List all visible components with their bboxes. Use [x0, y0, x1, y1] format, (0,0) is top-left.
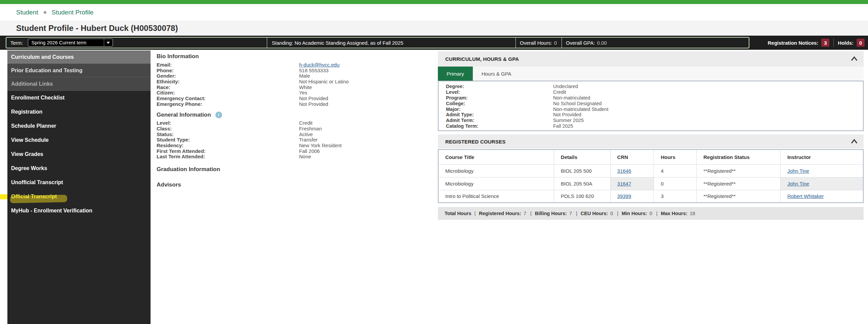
cell-registration-status: **Registered**: [696, 190, 781, 203]
standing-section: Standing: No Academic Standing Assigned,…: [267, 38, 516, 48]
registered-hours-label: Registered Hours:: [479, 211, 521, 216]
cell-details: BIOL 205 50A: [554, 177, 610, 190]
term-select[interactable]: Spring 2026 Current term: [28, 39, 113, 47]
table-header-row: Course Title Details CRN Hours Registrat…: [438, 150, 863, 164]
advisors-heading: Advisors: [157, 181, 434, 188]
tab-hours-gpa[interactable]: Hours & GPA: [473, 66, 520, 81]
curriculum-panel-header[interactable]: CURRICULUM, HOURS & GPA: [438, 51, 864, 66]
crn-link[interactable]: 31647: [617, 181, 631, 186]
column-header-instructor[interactable]: Instructor: [780, 150, 863, 164]
overall-hours-value: 0: [554, 40, 557, 46]
chevron-down-icon[interactable]: [104, 39, 113, 47]
page-title: Student Profile - Hubert Duck (H00530078…: [16, 24, 178, 33]
column-header-registration-status[interactable]: Registration Status: [696, 150, 781, 164]
registered-courses-header[interactable]: REGISTERED COURSES: [438, 135, 864, 149]
cell-course-title: Microbiology: [438, 177, 554, 190]
registered-courses-table: Course Title Details CRN Hours Registrat…: [438, 149, 864, 203]
standing-text: Standing: No Academic Standing Assigned,…: [272, 40, 403, 46]
bio-field-race: Race: White: [157, 84, 434, 90]
sidebar-tab-prior-education-and-testing[interactable]: Prior Education and Testing: [7, 64, 151, 77]
divider: [833, 38, 834, 47]
max-hours-label: Max Hours:: [661, 211, 687, 216]
tab-primary[interactable]: Primary: [438, 66, 473, 81]
sidebar-item-view-schedule[interactable]: View Schedule: [7, 133, 151, 147]
crn-link[interactable]: 39399: [617, 193, 631, 199]
info-icon[interactable]: [215, 112, 222, 118]
ceu-hours-label: CEU Hours:: [581, 211, 608, 216]
curriculum-panel-title: CURRICULUM, HOURS & GPA: [445, 56, 519, 62]
graduation-information-heading: Graduation Information: [157, 166, 434, 173]
overall-hours-label: Overall Hours:: [520, 40, 552, 46]
sidebar-item-registration[interactable]: Registration: [7, 105, 151, 119]
registered-courses-title: REGISTERED COURSES: [445, 139, 505, 145]
max-hours-value: 18: [690, 211, 695, 216]
cell-crn: 39399: [610, 190, 654, 203]
bio-field-phone: Phone: 518 5553333: [157, 67, 434, 73]
registration-notices-badge: 3: [821, 39, 829, 47]
cell-registration-status: **Registered**: [696, 164, 781, 177]
billing-hours-label: Billing Hours:: [535, 211, 567, 216]
sidebar-item-official-transcript[interactable]: Official Transcript: [7, 189, 151, 204]
instructor-link[interactable]: Robert Whitaker: [787, 193, 824, 199]
general-field-level: Level: Credit: [157, 120, 434, 126]
email-link[interactable]: h-duck@hvcc.edu: [299, 62, 339, 67]
general-field-residency: Residency: New York Resident: [157, 143, 434, 148]
sidebar-item-label: Official Transcript: [11, 194, 57, 200]
curriculum-hours-gpa-panel: CURRICULUM, HOURS & GPA Primary Hours & …: [438, 51, 864, 220]
term-select-value: Spring 2026 Current term: [28, 39, 104, 47]
curriculum-field-admit-term: Admit Term: Summer 2025: [446, 118, 863, 123]
bio-information-heading: Bio Information: [157, 53, 434, 60]
cell-crn: 31647: [610, 177, 654, 190]
sidebar-tab-additional-links[interactable]: Additional Links: [7, 77, 151, 91]
bio-field-ethnicity: Ethnicity: Not Hispanic or Latino: [157, 79, 434, 84]
bio-field-email: Email: h-duck@hvcc.edu: [157, 62, 434, 67]
crn-link[interactable]: 31646: [617, 168, 631, 174]
bio-field-emergency-phone: Emergency Phone: Not Provided: [157, 101, 434, 107]
curriculum-field-level: Level: Credit: [446, 89, 863, 95]
term-section: Term: Spring 2026 Current term: [6, 38, 267, 48]
column-header-details[interactable]: Details: [554, 150, 610, 164]
registration-notices-label: Registration Notices:: [768, 40, 818, 46]
general-field-student-type: Student Type: Transfer: [157, 137, 434, 143]
chevron-up-icon[interactable]: [851, 56, 858, 61]
breadcrumb-link-student[interactable]: Student: [16, 9, 38, 16]
term-bar: Term: Spring 2026 Current term Standing:…: [0, 36, 868, 50]
general-field-first-term-attended: First Term Attended: Fall 2006: [157, 148, 434, 154]
sidebar-item-enrollment-checklist[interactable]: Enrollment Checklist: [7, 91, 151, 105]
cell-hours: 0: [654, 177, 696, 190]
table-row: Intro to Political Science POLS 100 620 …: [438, 190, 863, 203]
column-header-crn[interactable]: CRN: [610, 150, 654, 164]
breadcrumb-link-student-profile[interactable]: Student Profile: [52, 9, 94, 16]
term-label: Term:: [10, 40, 23, 46]
overall-gpa-section: Overall GPA: 0.00: [561, 38, 749, 48]
chevron-up-icon[interactable]: [851, 139, 858, 144]
holds-button[interactable]: Holds: 0: [838, 39, 865, 47]
sidebar-item-degree-works[interactable]: Degree Works: [7, 161, 151, 175]
highlight-annotation-edge: [0, 194, 7, 199]
sidebar-tab-curriculum-and-courses[interactable]: Curriculum and Courses: [7, 51, 151, 64]
sidebar-item-myhub-enrollment-verification[interactable]: MyHub - Enrollment Verification: [7, 204, 151, 218]
sidebar-item-unofficial-transcript[interactable]: Unofficial Transcript: [7, 175, 151, 189]
column-header-course-title[interactable]: Course Title: [438, 150, 554, 164]
curriculum-details: Degree: Undeclared Level: Credit Program…: [438, 81, 864, 131]
instructor-link[interactable]: John Tine: [787, 181, 809, 186]
term-summary-box: Term: Spring 2026 Current term Standing:…: [6, 37, 749, 49]
min-hours-label: Min Hours:: [622, 211, 647, 216]
cell-course-title: Intro to Political Science: [438, 190, 554, 203]
sidebar-item-view-grades[interactable]: View Grades: [7, 147, 151, 161]
column-header-hours[interactable]: Hours: [654, 150, 696, 164]
cell-instructor: John Tine: [780, 177, 863, 190]
curriculum-field-college: College: No School Designated: [446, 100, 863, 106]
title-bar: Student Profile - Hubert Duck (H00530078…: [0, 21, 868, 36]
curriculum-field-admit-type: Admit Type: Not Provided: [446, 112, 863, 118]
registration-notices-button[interactable]: Registration Notices: 3: [768, 39, 829, 47]
cell-details: POLS 100 620: [554, 190, 610, 203]
curriculum-tabs: Primary Hours & GPA: [438, 66, 864, 81]
instructor-link[interactable]: John Tine: [787, 168, 809, 174]
holds-label: Holds:: [838, 40, 854, 46]
top-accent-bar: [0, 0, 868, 4]
sidebar-item-schedule-planner[interactable]: Schedule Planner: [7, 119, 151, 133]
ceu-hours-value: 0: [610, 211, 613, 216]
curriculum-field-degree: Degree: Undeclared: [446, 84, 863, 89]
breadcrumb-separator-dot: [44, 11, 46, 14]
